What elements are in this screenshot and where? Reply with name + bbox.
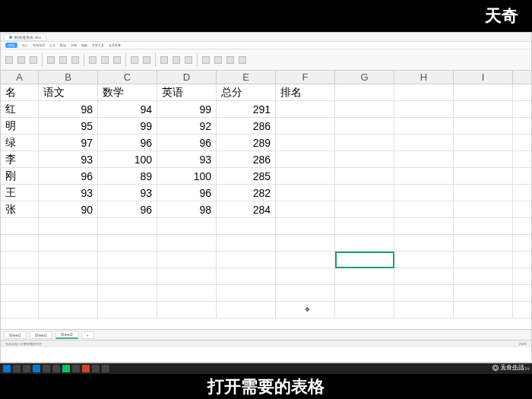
- cell[interactable]: [335, 84, 394, 100]
- rowcol-button[interactable]: [201, 56, 211, 64]
- cell[interactable]: 96: [157, 135, 217, 150]
- cell[interactable]: 红: [1, 101, 39, 117]
- cell[interactable]: 89: [98, 168, 157, 184]
- menu-formula[interactable]: 公式: [49, 43, 55, 47]
- cell[interactable]: [454, 151, 513, 167]
- cell[interactable]: 96: [39, 168, 98, 184]
- cell[interactable]: 绿: [1, 135, 39, 150]
- cell[interactable]: 99: [98, 118, 157, 134]
- cell[interactable]: 282: [217, 185, 276, 201]
- paste-button[interactable]: [4, 56, 14, 64]
- cell[interactable]: [335, 118, 394, 134]
- col-d[interactable]: D: [157, 71, 217, 84]
- cell[interactable]: 刚: [1, 168, 39, 184]
- menu-layout[interactable]: 页面布局: [33, 43, 45, 47]
- task-view-icon[interactable]: [23, 365, 30, 372]
- cell[interactable]: 291: [217, 101, 276, 117]
- font-button[interactable]: [46, 56, 56, 64]
- italic-button[interactable]: [70, 56, 81, 64]
- cell[interactable]: 96: [157, 185, 217, 201]
- cell[interactable]: 张: [1, 201, 39, 217]
- explorer-icon[interactable]: [43, 365, 50, 372]
- cell[interactable]: 98: [157, 201, 217, 217]
- cell[interactable]: 排名: [276, 84, 335, 100]
- cell[interactable]: 明: [1, 118, 39, 134]
- cell[interactable]: 99: [157, 101, 217, 117]
- cell[interactable]: [276, 168, 335, 184]
- cell[interactable]: [394, 201, 454, 217]
- cell[interactable]: 90: [39, 201, 98, 217]
- app-icon-4[interactable]: [102, 365, 109, 372]
- bold-button[interactable]: [58, 56, 68, 64]
- number-button[interactable]: [129, 56, 140, 64]
- cell[interactable]: 284: [217, 201, 276, 217]
- col-a[interactable]: A: [1, 71, 39, 84]
- cell[interactable]: [276, 101, 335, 117]
- cell[interactable]: 286: [217, 118, 276, 134]
- cell[interactable]: 93: [39, 151, 98, 167]
- start-icon[interactable]: [3, 365, 11, 372]
- cell[interactable]: 93: [39, 185, 98, 201]
- sheet-button[interactable]: [213, 56, 223, 64]
- app-icon[interactable]: [52, 365, 60, 372]
- merge-button[interactable]: [100, 56, 110, 64]
- copy-button[interactable]: [28, 56, 39, 64]
- cell[interactable]: 97: [39, 135, 98, 150]
- cell[interactable]: [335, 135, 394, 150]
- find-button[interactable]: [237, 56, 248, 64]
- format-button[interactable]: [141, 56, 152, 64]
- cell[interactable]: [276, 151, 335, 167]
- cell[interactable]: [394, 185, 454, 201]
- cell[interactable]: 94: [98, 101, 157, 117]
- cell[interactable]: 王: [1, 185, 39, 201]
- zoom-level[interactable]: 250%: [519, 342, 527, 346]
- cell[interactable]: 100: [98, 151, 157, 167]
- cell[interactable]: 98: [39, 101, 98, 117]
- cell[interactable]: 数学: [98, 84, 157, 100]
- cell[interactable]: [454, 201, 513, 217]
- cell[interactable]: [394, 151, 454, 167]
- menu-view[interactable]: 视图: [81, 43, 87, 47]
- sum-button[interactable]: [159, 56, 169, 64]
- sheet-tab-1[interactable]: Sheet1: [4, 331, 27, 339]
- search-icon[interactable]: [13, 365, 21, 372]
- cell[interactable]: [276, 201, 335, 217]
- cell[interactable]: [394, 118, 454, 134]
- cell[interactable]: [394, 135, 454, 150]
- menu-start[interactable]: 开始: [5, 43, 17, 48]
- freeze-button[interactable]: [225, 56, 236, 64]
- wrap-button[interactable]: [112, 56, 122, 64]
- menu-data[interactable]: 数据: [60, 43, 66, 47]
- align-button[interactable]: [87, 56, 98, 64]
- cell[interactable]: [454, 118, 513, 134]
- cell[interactable]: [335, 185, 394, 201]
- wps-icon[interactable]: [82, 365, 90, 372]
- wechat-icon[interactable]: [62, 365, 70, 372]
- sheet-tab-2[interactable]: Sheet2: [30, 331, 52, 339]
- cell[interactable]: 96: [98, 135, 157, 150]
- col-g[interactable]: G: [335, 71, 394, 84]
- app-icon-2[interactable]: [72, 365, 80, 372]
- cell[interactable]: [454, 168, 513, 184]
- cell[interactable]: 96: [98, 201, 157, 217]
- cell[interactable]: 李: [1, 151, 39, 167]
- menu-sec[interactable]: 会员专享: [109, 43, 121, 47]
- cell[interactable]: [454, 185, 513, 201]
- cell[interactable]: 93: [98, 185, 157, 201]
- col-c[interactable]: C: [98, 71, 157, 84]
- sort-button[interactable]: [183, 56, 194, 64]
- cell[interactable]: [454, 135, 513, 150]
- sheet-tab-3[interactable]: Sheet3: [55, 331, 78, 339]
- add-sheet-button[interactable]: +: [81, 331, 94, 339]
- menu-dev[interactable]: 开发工具: [92, 43, 104, 47]
- cell[interactable]: [394, 84, 454, 100]
- cell[interactable]: [454, 101, 513, 117]
- cut-button[interactable]: [16, 56, 27, 64]
- cell[interactable]: 286: [217, 151, 276, 167]
- cell[interactable]: [454, 84, 513, 100]
- cell[interactable]: 语文: [39, 84, 98, 100]
- cell[interactable]: [276, 135, 335, 150]
- cell[interactable]: [276, 118, 335, 134]
- col-e[interactable]: E: [217, 71, 276, 84]
- filter-button[interactable]: [171, 56, 182, 64]
